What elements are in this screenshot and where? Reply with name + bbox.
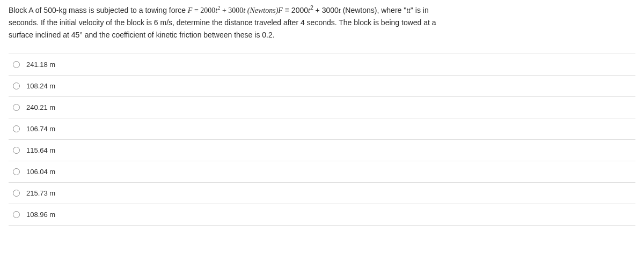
question-line2: seconds. If the initial velocity of the … (9, 18, 436, 27)
option-label: 215.73 m (26, 189, 55, 197)
formula-num4: 3000 (322, 6, 339, 14)
formula-num: 2000 (200, 6, 215, 14)
formula-plus2: + (313, 6, 322, 14)
option-label: 108.96 m (26, 211, 55, 219)
formula-num3: 2000 (291, 6, 308, 14)
question-tt: tt (406, 6, 411, 14)
option-row[interactable]: 215.73 m (9, 183, 635, 204)
formula-newtons: (Newtons) (245, 6, 278, 14)
option-row[interactable]: 106.74 m (9, 118, 635, 140)
radio-icon (13, 83, 20, 89)
option-label: 241.18 m (26, 61, 55, 69)
formula-F2: F (278, 6, 283, 14)
option-row[interactable]: 115.64 m (9, 140, 635, 161)
question-text-part3: " is in (411, 6, 429, 14)
radio-icon (13, 190, 20, 197)
formula-plus: + (220, 6, 228, 14)
option-label: 108.24 m (26, 82, 55, 90)
radio-icon (13, 147, 20, 154)
option-row[interactable]: 241.18 m (9, 54, 635, 76)
formula-num2: 3000 (228, 6, 243, 14)
radio-icon (13, 104, 20, 111)
option-label: 106.04 m (26, 168, 55, 176)
radio-icon (13, 211, 20, 218)
options-list: 241.18 m 108.24 m 240.21 m 106.74 m 115.… (9, 54, 635, 226)
question-text-part2: , where " (377, 6, 406, 14)
question-text-part: Block A of 500-kg mass is subjected to a… (9, 6, 188, 14)
option-row[interactable]: 108.96 m (9, 204, 635, 226)
option-label: 115.64 m (26, 146, 55, 154)
option-row[interactable]: 240.21 m (9, 97, 635, 118)
radio-icon (13, 168, 20, 175)
formula-newtons2: (Newtons) (341, 6, 377, 14)
option-label: 240.21 m (26, 103, 55, 111)
option-row[interactable]: 108.24 m (9, 76, 635, 97)
formula-eq2: = (283, 6, 291, 14)
formula-eq: = (192, 6, 200, 14)
option-label: 106.74 m (26, 125, 55, 133)
radio-icon (13, 61, 20, 68)
question-line3: surface inclined at 45° and the coeffici… (9, 31, 275, 39)
option-row[interactable]: 106.04 m (9, 161, 635, 183)
question-text: Block A of 500-kg mass is subjected to a… (9, 4, 635, 41)
radio-icon (13, 125, 20, 132)
